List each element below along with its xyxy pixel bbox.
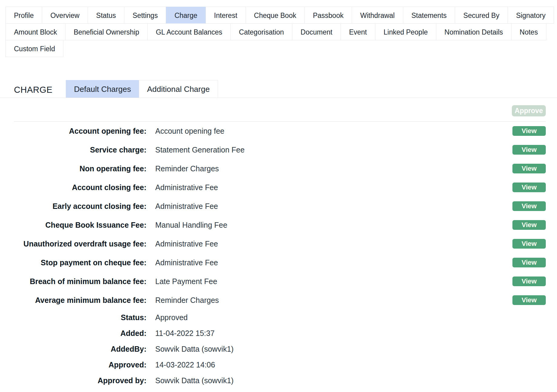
field-label: Unauthorized overdraft usage fee:	[14, 240, 146, 248]
charge-row: Breach of minimum balance fee:Late Payme…	[14, 272, 546, 291]
charge-row: Account opening fee:Account opening feeV…	[14, 122, 546, 140]
charge-section-header: CHARGE Default ChargesAdditional Charge	[0, 79, 557, 98]
view-button[interactable]: View	[512, 126, 546, 136]
meta-row: Approved:14-03-2022 14:06	[14, 357, 546, 373]
view-button[interactable]: View	[512, 145, 546, 155]
view-button[interactable]: View	[512, 183, 546, 192]
tab-gl-account-balances[interactable]: GL Account Balances	[147, 23, 231, 40]
charge-row: Stop payment on cheque fee:Administrativ…	[14, 253, 546, 272]
charge-subtabs: Default ChargesAdditional Charge	[66, 80, 218, 98]
tab-amount-block[interactable]: Amount Block	[5, 23, 65, 40]
field-value: Administrative Fee	[155, 183, 218, 192]
account-details-page: ProfileOverviewStatusSettingsChargeInter…	[0, 0, 557, 392]
field-label: Approved by:	[14, 376, 146, 385]
tab-row-2: Amount BlockBeneficial OwnershipGL Accou…	[5, 23, 557, 40]
field-value: Manual Handling Fee	[155, 221, 227, 230]
tab-passbook[interactable]: Passbook	[304, 7, 352, 24]
view-button[interactable]: View	[512, 201, 546, 211]
tab-withdrawal[interactable]: Withdrawal	[352, 7, 403, 24]
tab-signatory[interactable]: Signatory	[508, 7, 554, 24]
tab-profile[interactable]: Profile	[5, 7, 42, 24]
tab-statements[interactable]: Statements	[403, 7, 455, 24]
tab-custom-field[interactable]: Custom Field	[5, 40, 63, 57]
charge-section: CHARGE Default ChargesAdditional Charge …	[0, 79, 557, 388]
default-charges-list: Account opening fee:Account opening feeV…	[14, 122, 546, 310]
page-title: CHARGE	[14, 85, 52, 95]
field-value: Sowvik Datta (sowvik1)	[155, 376, 233, 385]
field-value: 14-03-2022 14:06	[155, 360, 215, 369]
field-label: Added:	[14, 329, 146, 338]
tab-document[interactable]: Document	[292, 23, 341, 40]
field-value: Approved	[155, 313, 188, 322]
view-button[interactable]: View	[512, 239, 546, 249]
tab-categorisation[interactable]: Categorisation	[230, 23, 292, 40]
charge-row: Unauthorized overdraft usage fee:Adminis…	[14, 234, 546, 253]
meta-row: Status:Approved	[14, 310, 546, 325]
charge-row: Early account closing fee:Administrative…	[14, 197, 546, 216]
field-value: Reminder Charges	[155, 164, 219, 173]
tab-charge[interactable]: Charge	[166, 7, 206, 24]
subtab-default-charges[interactable]: Default Charges	[66, 80, 139, 98]
field-label: Account opening fee:	[14, 127, 146, 136]
charge-row: Average minimum balance fee:Reminder Cha…	[14, 291, 546, 310]
view-button[interactable]: View	[512, 220, 546, 230]
field-label: Stop payment on cheque fee:	[14, 258, 146, 267]
meta-row: AddedBy:Sowvik Datta (sowvik1)	[14, 341, 546, 357]
field-label: Status:	[14, 313, 146, 322]
field-label: Breach of minimum balance fee:	[14, 277, 146, 286]
charge-row: Service charge:Statement Generation FeeV…	[14, 140, 546, 159]
tab-event[interactable]: Event	[341, 23, 375, 40]
tab-beneficial-ownership[interactable]: Beneficial Ownership	[65, 23, 148, 40]
field-value: Administrative Fee	[155, 202, 218, 211]
meta-row: Approved by:Sowvik Datta (sowvik1)	[14, 373, 546, 388]
tab-row-3: Custom Field	[5, 40, 557, 57]
field-label: Service charge:	[14, 146, 146, 154]
field-value: Late Payment Fee	[155, 277, 217, 286]
charge-approval-meta: Status:ApprovedAdded:11-04-2022 15:37Add…	[14, 310, 546, 388]
tab-interest[interactable]: Interest	[206, 7, 246, 24]
field-label: Approved:	[14, 360, 146, 369]
tab-nomination-details[interactable]: Nomination Details	[436, 23, 512, 40]
view-button[interactable]: View	[512, 295, 546, 305]
field-label: Cheque Book Issuance Fee:	[14, 221, 146, 230]
view-button[interactable]: View	[512, 276, 546, 286]
subtab-additional-charge[interactable]: Additional Charge	[139, 80, 218, 98]
field-label: Early account closing fee:	[14, 202, 146, 211]
field-value: Statement Generation Fee	[155, 146, 245, 154]
field-value: Administrative Fee	[155, 240, 218, 248]
charge-row: Non operating fee:Reminder ChargesView	[14, 159, 546, 178]
field-value: Administrative Fee	[155, 258, 218, 267]
view-button[interactable]: View	[512, 258, 546, 267]
module-tab-bar: ProfileOverviewStatusSettingsChargeInter…	[0, 0, 557, 57]
field-label: Average minimum balance fee:	[14, 296, 146, 305]
field-value: Reminder Charges	[155, 296, 219, 305]
charge-row: Cheque Book Issuance Fee:Manual Handling…	[14, 216, 546, 234]
field-label: AddedBy:	[14, 345, 146, 353]
field-value: 11-04-2022 15:37	[155, 329, 215, 338]
field-label: Non operating fee:	[14, 164, 146, 173]
view-button[interactable]: View	[512, 164, 546, 173]
approve-button[interactable]: Approve	[512, 105, 546, 116]
tab-settings[interactable]: Settings	[124, 7, 166, 24]
field-value: Sowvik Datta (sowvik1)	[155, 345, 233, 353]
tab-status[interactable]: Status	[88, 7, 124, 24]
tab-cheque-book[interactable]: Cheque Book	[246, 7, 305, 24]
tab-overview[interactable]: Overview	[42, 7, 88, 24]
tab-row-1: ProfileOverviewStatusSettingsChargeInter…	[5, 7, 557, 24]
approve-row: Approve	[14, 98, 546, 122]
tab-secured-by[interactable]: Secured By	[455, 7, 508, 24]
charge-row: Account closing fee:Administrative FeeVi…	[14, 178, 546, 197]
field-label: Account closing fee:	[14, 183, 146, 192]
tab-linked-people[interactable]: Linked People	[375, 23, 436, 40]
charge-content: Approve Account opening fee:Account open…	[14, 98, 546, 388]
tab-notes[interactable]: Notes	[511, 23, 546, 40]
field-value: Account opening fee	[155, 127, 224, 136]
meta-row: Added:11-04-2022 15:37	[14, 325, 546, 341]
